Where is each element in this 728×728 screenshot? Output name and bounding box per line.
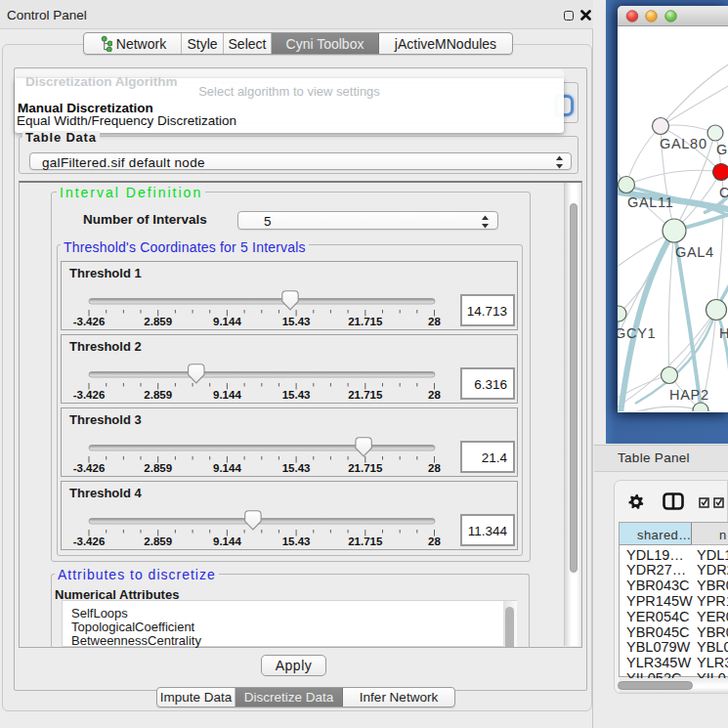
svg-text:GAL4: GAL4 (675, 244, 714, 260)
svg-text:15.43: 15.43 (282, 462, 311, 474)
svg-text:9.144: 9.144 (213, 389, 241, 401)
svg-text:15.43: 15.43 (282, 316, 311, 327)
svg-text:15.43: 15.43 (282, 535, 311, 547)
svg-text:28: 28 (428, 462, 441, 474)
svg-text:21.715: 21.715 (348, 316, 383, 327)
svg-text:28: 28 (428, 389, 441, 401)
svg-text:HAP2: HAP2 (669, 387, 709, 403)
svg-text:9.144: 9.144 (213, 535, 241, 547)
svg-text:28: 28 (428, 535, 441, 547)
svg-text:-3.426: -3.426 (73, 462, 106, 474)
svg-text:21.715: 21.715 (348, 535, 383, 547)
svg-text:2.859: 2.859 (144, 389, 172, 401)
svg-text:-3.426: -3.426 (73, 389, 106, 401)
svg-text:2.859: 2.859 (144, 535, 172, 547)
svg-text:-3.426: -3.426 (73, 535, 106, 547)
svg-text:21.715: 21.715 (348, 462, 383, 474)
svg-text:21.715: 21.715 (348, 389, 383, 401)
svg-text:28: 28 (428, 316, 441, 327)
svg-text:GAL80: GAL80 (660, 136, 707, 151)
svg-text:9.144: 9.144 (213, 462, 241, 474)
svg-text:-3.426: -3.426 (73, 316, 106, 327)
svg-text:H: H (719, 325, 728, 341)
svg-text:15.43: 15.43 (282, 389, 311, 401)
svg-text:2.859: 2.859 (144, 462, 172, 474)
svg-text:GA: GA (716, 142, 728, 157)
svg-text:C: C (719, 185, 728, 200)
svg-text:2.859: 2.859 (144, 316, 172, 327)
svg-text:9.144: 9.144 (213, 316, 241, 327)
svg-text:GAL11: GAL11 (627, 194, 674, 210)
svg-text:GCY1: GCY1 (618, 325, 656, 341)
